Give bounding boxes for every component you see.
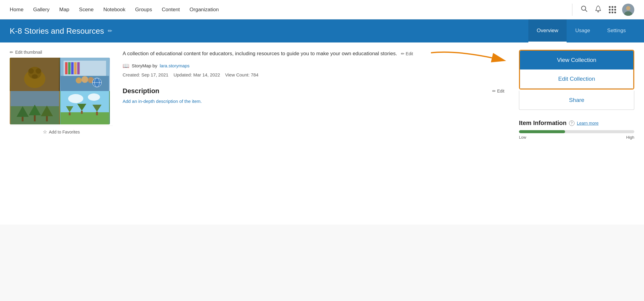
left-panel: ✏ Edit thumbnail xyxy=(10,50,113,217)
svg-rect-28 xyxy=(11,91,59,106)
summary-row: A collection of educational content for … xyxy=(123,50,504,58)
thumbnail-cell-3 xyxy=(10,91,60,124)
svg-rect-34 xyxy=(46,116,48,121)
svg-point-4 xyxy=(626,6,630,10)
svg-point-11 xyxy=(32,74,38,79)
progress-low-label: Low xyxy=(519,135,526,140)
sky-svg xyxy=(60,91,110,124)
nav-gallery[interactable]: Gallery xyxy=(33,7,49,13)
tab-overview[interactable]: Overview xyxy=(528,19,567,42)
nav-notebook[interactable]: Notebook xyxy=(103,7,126,13)
learn-more-link[interactable]: Learn more xyxy=(577,121,599,126)
view-edit-highlight-box: View Collection Edit Collection xyxy=(519,50,634,90)
svg-rect-18 xyxy=(74,62,77,74)
storymap-label: StoryMap by xyxy=(132,63,157,68)
thumbnail-bear xyxy=(10,58,60,91)
top-navigation: Home Gallery Map Scene Notebook Groups C… xyxy=(0,0,644,19)
pencil-icon: ✏ xyxy=(10,50,13,55)
progress-labels: Low High xyxy=(519,135,634,140)
description-edit-link[interactable]: ✏ Edit xyxy=(492,89,504,93)
main-content: ✏ Edit thumbnail xyxy=(0,42,644,225)
sub-header: K-8 Stories and Resources ✏ Overview Usa… xyxy=(0,19,644,42)
search-button[interactable] xyxy=(580,4,589,15)
pencil-icon-desc: ✏ xyxy=(492,89,496,93)
thumbnail-trees xyxy=(60,91,110,124)
description-title: Description xyxy=(123,87,159,95)
svg-point-9 xyxy=(29,68,34,74)
svg-rect-40 xyxy=(69,112,71,115)
edit-thumbnail-label: Edit thumbnail xyxy=(15,50,42,55)
nav-map[interactable]: Map xyxy=(59,7,69,13)
description-header: Description ✏ Edit xyxy=(123,87,504,95)
item-info-header: Item Information ? Learn more xyxy=(519,120,634,127)
book-map-icon: 📖 xyxy=(123,63,129,69)
svg-rect-42 xyxy=(81,111,83,114)
avatar-image xyxy=(622,4,634,16)
svg-point-2 xyxy=(598,11,599,12)
view-collection-button[interactable]: View Collection xyxy=(520,51,633,69)
bear-svg xyxy=(10,58,60,91)
svg-rect-36 xyxy=(61,112,109,124)
collection-title: K-8 Stories and Resources xyxy=(10,26,104,36)
svg-rect-15 xyxy=(65,62,68,74)
notifications-button[interactable] xyxy=(594,4,603,15)
apps-button[interactable] xyxy=(608,5,617,15)
library-svg xyxy=(10,91,60,124)
item-info-title: Item Information xyxy=(519,120,567,127)
tab-usage[interactable]: Usage xyxy=(567,19,598,42)
storymap-row: 📖 StoryMap by lara.storymaps xyxy=(123,63,504,69)
progress-bar-fill xyxy=(519,130,565,133)
right-panel: View Collection Edit Collection Share It… xyxy=(519,50,634,217)
svg-rect-17 xyxy=(71,62,74,74)
thumbnail-children xyxy=(60,58,110,91)
svg-line-1 xyxy=(585,10,587,12)
thumbnail-cell-1 xyxy=(10,58,60,91)
created-label: Created: Sep 17, 2021 xyxy=(123,72,168,77)
search-icon xyxy=(581,5,588,12)
svg-rect-44 xyxy=(96,112,98,115)
apps-grid-icon xyxy=(609,6,616,13)
updated-label: Updated: Mar 14, 2022 xyxy=(174,72,220,77)
question-mark-icon[interactable]: ? xyxy=(569,120,575,126)
thumbnail-cell-2 xyxy=(60,58,110,91)
nav-links: Home Gallery Map Scene Notebook Groups C… xyxy=(10,7,572,13)
user-avatar[interactable] xyxy=(622,4,634,16)
svg-point-10 xyxy=(36,68,41,74)
svg-point-20 xyxy=(76,77,82,83)
svg-rect-33 xyxy=(34,115,36,121)
share-button[interactable]: Share xyxy=(519,91,634,110)
collection-title-area: K-8 Stories and Resources ✏ xyxy=(10,26,528,36)
nav-scene[interactable]: Scene xyxy=(79,7,93,13)
sub-header-tabs: Overview Usage Settings xyxy=(528,19,634,42)
nav-organization[interactable]: Organization xyxy=(190,7,219,13)
storymap-author-link[interactable]: lara.storymaps xyxy=(160,63,189,68)
edit-collection-button[interactable]: Edit Collection xyxy=(520,69,633,89)
center-panel: A collection of educational content for … xyxy=(123,50,509,217)
star-icon: ☆ xyxy=(43,129,47,135)
edit-thumbnail-link[interactable]: ✏ Edit thumbnail xyxy=(10,50,113,55)
thumbnail-library xyxy=(10,91,60,124)
item-information-section: Item Information ? Learn more Low High xyxy=(519,120,634,140)
svg-point-37 xyxy=(68,94,83,103)
svg-rect-32 xyxy=(22,117,24,121)
thumbnail-cell-4 xyxy=(60,91,110,124)
children-svg xyxy=(60,58,110,91)
description-section: Description ✏ Edit Add an in-depth descr… xyxy=(123,87,504,104)
edit-label: Edit xyxy=(406,51,413,56)
nav-groups[interactable]: Groups xyxy=(135,7,152,13)
view-count-label: View Count: 784 xyxy=(225,72,259,77)
nav-home[interactable]: Home xyxy=(10,7,23,13)
pencil-icon-sm: ✏ xyxy=(401,51,405,56)
nav-icon-area xyxy=(572,4,634,16)
item-info-progress-bar xyxy=(519,130,634,133)
add-favorites-label: Add to Favorites xyxy=(49,130,80,134)
description-placeholder-link[interactable]: Add an in-depth description of the item. xyxy=(123,99,202,104)
summary-edit-link[interactable]: ✏ Edit xyxy=(401,51,413,56)
add-to-favorites[interactable]: ☆ Add to Favorites xyxy=(10,126,113,138)
svg-rect-16 xyxy=(68,62,71,74)
tab-settings[interactable]: Settings xyxy=(599,19,634,42)
title-edit-icon[interactable]: ✏ xyxy=(108,28,112,34)
nav-content[interactable]: Content xyxy=(162,7,180,13)
svg-point-21 xyxy=(82,76,88,83)
progress-high-label: High xyxy=(626,135,634,140)
